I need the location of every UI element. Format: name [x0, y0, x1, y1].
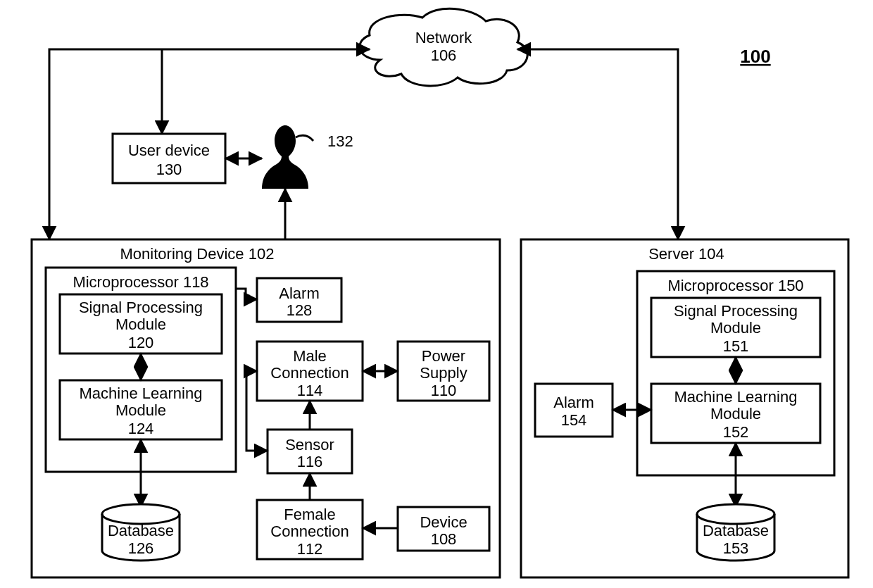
svg-text:Module: Module: [710, 319, 761, 337]
sig-proc-a-label1: Signal Processing: [79, 299, 203, 316]
user-device-label: User device: [128, 142, 210, 159]
male-conn-num: 114: [297, 382, 323, 399]
network-cloud: Network 106: [360, 8, 527, 86]
database-a-label: Database: [108, 522, 174, 539]
sig-proc-a-label2: Module: [115, 315, 166, 333]
svg-text:Supply: Supply: [420, 364, 467, 382]
microprocessor-a-label: Microprocessor 118: [73, 273, 208, 291]
user-device-box: User device 130: [113, 134, 225, 183]
server-label: Server 104: [648, 245, 724, 263]
male-conn-box: Male Connection 114: [257, 342, 363, 401]
alarm-a-label: Alarm: [279, 284, 319, 302]
sig-proc-b-box: Signal Processing Module 151: [651, 298, 820, 357]
svg-point-27: [697, 504, 774, 524]
device-box: Device 108: [398, 507, 489, 551]
ml-b-num: 152: [723, 423, 749, 441]
ml-a-label1: Machine Learning: [80, 384, 203, 402]
alarm-a-box: Alarm 128: [257, 278, 341, 322]
alarm-b-box: Alarm 154: [535, 384, 613, 437]
user-num: 132: [327, 132, 353, 150]
svg-text:Machine Learning: Machine Learning: [674, 388, 798, 406]
svg-text:Connection: Connection: [270, 364, 348, 382]
microprocessor-b-label: Microprocessor 150: [667, 277, 803, 294]
ml-a-num: 124: [128, 420, 154, 437]
svg-text:Connection: Connection: [270, 523, 348, 540]
figure-ref: 100: [740, 46, 770, 67]
svg-text:Signal Processing: Signal Processing: [674, 302, 798, 320]
device-label: Device: [420, 513, 467, 531]
sensor-box: Sensor 116: [268, 430, 352, 473]
arrow-network-server: [517, 49, 678, 239]
ml-b-box: Machine Learning Module 152: [651, 384, 820, 443]
power-supply-num: 110: [431, 382, 457, 399]
svg-text:Module: Module: [710, 405, 761, 423]
sensor-label: Sensor: [285, 436, 334, 453]
svg-text:Power: Power: [422, 347, 465, 365]
female-conn-num: 112: [297, 540, 323, 558]
ml-a-label2: Module: [115, 401, 166, 419]
database-b-num: 153: [723, 539, 749, 557]
user-device-num: 130: [156, 161, 182, 178]
monitoring-device-label: Monitoring Device 102: [120, 245, 275, 263]
system-diagram: 100 Network 106 User device 130 132 Moni…: [0, 0, 873, 588]
sig-proc-b-num: 151: [723, 337, 749, 355]
sig-proc-a-box: Signal Processing Module 120: [60, 294, 222, 354]
sensor-num: 116: [297, 453, 323, 470]
svg-text:Male: Male: [293, 347, 327, 365]
svg-point-5: [102, 504, 180, 524]
user-icon: 132: [262, 125, 353, 189]
database-a-num: 126: [128, 539, 154, 557]
svg-text:Female: Female: [284, 506, 335, 523]
alarm-b-num: 154: [561, 411, 587, 429]
power-supply-box: Power Supply 110: [398, 342, 489, 401]
alarm-b-label: Alarm: [553, 394, 593, 411]
female-conn-box: Female Connection 112: [257, 500, 363, 559]
alarm-a-num: 128: [287, 301, 313, 319]
network-num: 106: [431, 46, 457, 64]
database-b-label: Database: [703, 522, 769, 539]
device-num: 108: [431, 530, 457, 548]
sig-proc-a-num: 120: [128, 334, 154, 351]
network-label: Network: [415, 29, 473, 46]
ml-a-box: Machine Learning Module 124: [60, 380, 222, 439]
